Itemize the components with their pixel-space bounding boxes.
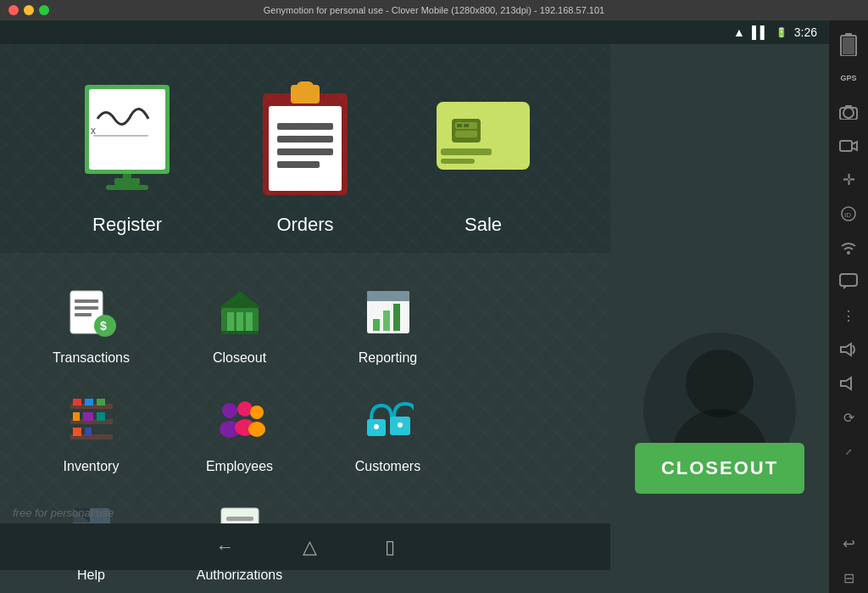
recents-button[interactable]: ▯ bbox=[385, 536, 395, 558]
svg-text:ID: ID bbox=[844, 211, 851, 219]
device-screen: ▲ ▌▌ 🔋 3:26 bbox=[0, 20, 829, 593]
background-pattern bbox=[0, 44, 610, 570]
chat-icon[interactable] bbox=[833, 266, 864, 297]
svg-rect-73 bbox=[843, 37, 854, 54]
close-button[interactable] bbox=[8, 5, 19, 15]
svg-rect-82 bbox=[840, 274, 857, 286]
titlebar-text: Genymotion for personal use - Clover Mob… bbox=[264, 5, 604, 15]
watermark-text: free for personal use bbox=[13, 506, 114, 519]
gps-icon[interactable]: GPS bbox=[833, 63, 864, 93]
maximize-button[interactable] bbox=[39, 5, 49, 15]
volume-down-icon[interactable] bbox=[833, 368, 864, 399]
svg-rect-77 bbox=[840, 141, 852, 151]
battery-icon: 🔋 bbox=[776, 27, 787, 38]
svg-rect-72 bbox=[845, 33, 852, 36]
video-icon[interactable] bbox=[833, 131, 864, 161]
signal-icon: ▌▌ bbox=[752, 25, 769, 39]
svg-point-74 bbox=[843, 108, 854, 118]
svg-point-81 bbox=[847, 251, 850, 255]
right-panel: CLOSEOUT bbox=[610, 44, 829, 570]
rotate-icon[interactable]: ⟳ bbox=[833, 402, 864, 433]
wifi-icon: ▲ bbox=[733, 25, 745, 39]
menu-icon[interactable]: ⊟ bbox=[833, 562, 864, 593]
wifi-sidebar-icon[interactable] bbox=[833, 232, 864, 263]
home-button[interactable]: △ bbox=[303, 536, 317, 558]
battery-sidebar-icon[interactable] bbox=[833, 29, 864, 59]
back-nav-icon[interactable]: ↩ bbox=[833, 529, 864, 559]
svg-marker-84 bbox=[841, 378, 851, 389]
svg-rect-76 bbox=[845, 105, 852, 109]
nfc-icon[interactable]: ID bbox=[833, 199, 864, 229]
app-area: x Register bbox=[0, 44, 610, 570]
volume-up-icon[interactable] bbox=[833, 334, 864, 365]
svg-marker-78 bbox=[852, 142, 857, 150]
arrows-icon[interactable]: ✛ bbox=[833, 165, 864, 195]
window-controls bbox=[8, 5, 49, 15]
svg-marker-83 bbox=[841, 344, 851, 355]
navigation-bar: ← △ ▯ bbox=[0, 523, 610, 570]
titlebar: Genymotion for personal use - Clover Mob… bbox=[0, 0, 868, 20]
closeout-button[interactable]: CLOSEOUT bbox=[635, 443, 804, 494]
dots-icon[interactable]: ⋮ bbox=[833, 300, 864, 331]
minimize-button[interactable] bbox=[24, 5, 34, 15]
back-button[interactable]: ← bbox=[216, 536, 235, 558]
status-bar: ▲ ▌▌ 🔋 3:26 bbox=[0, 20, 829, 44]
svg-point-69 bbox=[686, 350, 754, 417]
camera-icon[interactable] bbox=[833, 97, 864, 127]
status-time: 3:26 bbox=[794, 25, 817, 39]
resize-icon[interactable]: ⤢ bbox=[833, 436, 864, 467]
right-sidebar: GPS ✛ ID ⋮ ⟳ ⤢ ↩ ⊟ bbox=[829, 20, 868, 593]
